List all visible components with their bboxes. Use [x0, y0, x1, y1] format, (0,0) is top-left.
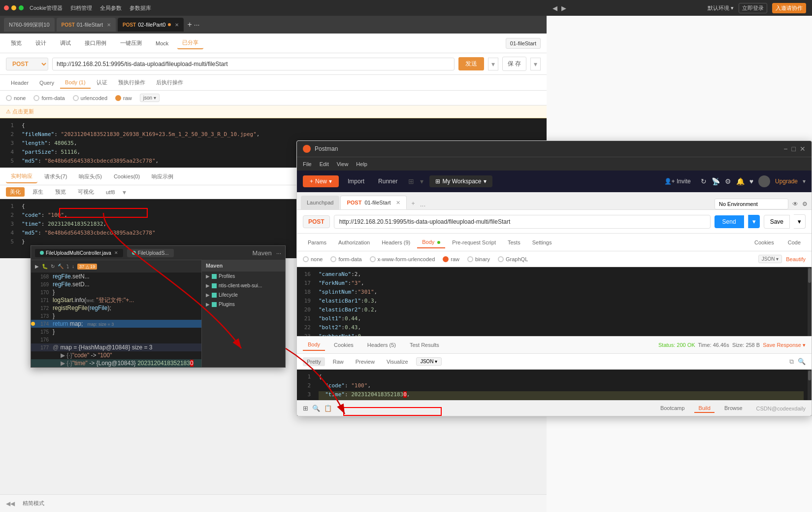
add-request-tab-btn[interactable]: + — [408, 198, 419, 209]
postman-settings-icon[interactable]: ⚙ — [802, 201, 808, 207]
fmt-preview[interactable]: 预览 — [51, 187, 70, 197]
postman-tab-launchpad[interactable]: Launchpad — [301, 196, 339, 209]
postman-send-dropdown[interactable]: ▾ — [748, 215, 760, 228]
body-none-option[interactable]: none — [6, 95, 26, 101]
pm-beautify-btn[interactable]: Beautify — [786, 256, 806, 262]
pm-bottom-icon1[interactable]: ⊞ — [303, 405, 308, 412]
pm-resp-fmt-pretty[interactable]: Pretty — [303, 357, 325, 366]
postman-close-btn[interactable]: ✕ — [800, 145, 806, 153]
postman-runner-button[interactable]: Runner — [373, 175, 402, 187]
pm-binary-option[interactable]: binary — [467, 256, 490, 262]
save-dropdown-arrow[interactable]: ▾ — [530, 58, 541, 70]
pm-json-type-select[interactable]: JSON ▾ — [758, 255, 782, 263]
body-formdata-option[interactable]: form-data — [33, 95, 65, 101]
pm-build-btn[interactable]: Build — [694, 404, 714, 413]
postman-new-button[interactable]: + New ▾ — [303, 175, 339, 187]
nav-right-icon[interactable]: ▶ — [561, 4, 566, 12]
sub-tab-body[interactable]: Body — [417, 237, 445, 248]
save-response-btn[interactable]: Save Response ▾ — [761, 342, 806, 348]
pm-resp-fmt-preview[interactable]: Preview — [352, 357, 379, 366]
pm-resp-tab-headers[interactable]: Headers (5) — [362, 340, 401, 350]
ide-step-over-btn[interactable]: ⤵ — [66, 264, 69, 269]
pm-none-option[interactable]: none — [303, 256, 323, 262]
sub-tab-cookies[interactable]: Cookies — [749, 237, 779, 248]
pm-resp-fmt-raw[interactable]: Raw — [329, 357, 348, 366]
resp-tab-respheader[interactable]: 响应头(5) — [74, 171, 106, 183]
pm-bootcamp-btn[interactable]: Bootcamp — [656, 404, 689, 413]
req-tab-auth[interactable]: 认证 — [92, 76, 112, 89]
resp-tab-realtime[interactable]: 实时响应 — [6, 170, 37, 183]
send-button[interactable]: 发送 — [458, 57, 484, 70]
menu-file[interactable]: File — [303, 161, 312, 167]
tab-deep10[interactable]: N760-999深圳10 — [4, 18, 55, 32]
menu-params[interactable]: 全局参数 — [100, 4, 122, 12]
sync-icon[interactable]: ↻ — [701, 177, 707, 185]
method-select[interactable]: POST GET PUT DELETE — [6, 58, 48, 70]
close-dot[interactable] — [4, 5, 9, 10]
pm-resp-tab-testresults[interactable]: Test Results — [405, 340, 444, 350]
tab-filepart0[interactable]: POST 02-filePart0 ✕ — [118, 18, 184, 32]
json-type-select[interactable]: json ▾ — [140, 94, 160, 102]
postman-maximize-btn[interactable]: □ — [792, 145, 796, 153]
pm-raw-radio[interactable] — [443, 256, 449, 262]
satellite-icon[interactable]: 📡 — [712, 177, 720, 185]
nav-left-icon[interactable]: ◀ — [552, 4, 557, 12]
req-tab-preexec[interactable]: 预执行操作 — [113, 76, 150, 89]
tab-filestart[interactable]: POST 01-fileStart ✕ — [57, 18, 116, 32]
pm-resp-search-btn[interactable]: 🔍 — [798, 358, 806, 366]
minimize-dot[interactable] — [11, 5, 16, 10]
postman-minimize-btn[interactable]: − — [783, 145, 787, 153]
pm-editor-scrollbar[interactable] — [808, 267, 812, 336]
pm-none-radio[interactable] — [303, 256, 309, 262]
login-btn-top[interactable]: 立即登录 — [739, 3, 767, 13]
fmt-raw[interactable]: 原生 — [29, 187, 47, 197]
postman-tab-filestart[interactable]: POST 01-fileStart ✕ — [340, 196, 406, 209]
postman-url-input[interactable] — [334, 215, 711, 229]
heart-icon[interactable]: ♥ — [749, 177, 753, 185]
view-toggle-btn[interactable]: ⊞ — [408, 177, 414, 185]
view-dropdown-btn[interactable]: ▾ — [420, 177, 423, 185]
resp-tab-reqheader[interactable]: 请求头(7) — [39, 171, 72, 183]
filestart-tab-close[interactable]: ✕ — [396, 200, 400, 206]
settings-icon[interactable]: ⚙ — [725, 177, 731, 185]
fmt-dropdown[interactable]: ▾ — [123, 188, 126, 196]
save-button[interactable]: 保 存 — [502, 57, 526, 71]
menu-archive[interactable]: 归档管理 — [70, 4, 92, 12]
bell-icon[interactable]: 🔔 — [736, 177, 745, 185]
maven-client[interactable]: ▶ ntis-client-web-sui... — [202, 281, 285, 290]
maven-plugins[interactable]: ▶ Plugins — [202, 300, 285, 309]
maven-toggle-btn[interactable]: Maven — [250, 248, 275, 258]
menu-cookie[interactable]: Cookie管理器 — [30, 4, 63, 12]
environment-select[interactable] — [715, 199, 788, 209]
hint-text[interactable]: ⚠ 点击更新 — [6, 108, 34, 115]
action-examples[interactable]: 接口用例 — [80, 37, 111, 49]
add-tab-btn[interactable]: + — [188, 20, 192, 29]
sidebar-collapse-btn[interactable]: ◀◀ — [6, 500, 15, 507]
pm-resp-json-type[interactable]: JSON ▾ — [416, 357, 442, 366]
postman-method-select[interactable]: POST — [303, 215, 330, 228]
ide-run-btn[interactable]: ▶ — [35, 264, 39, 269]
action-preview[interactable]: 预览 — [6, 37, 27, 49]
pm-binary-radio[interactable] — [467, 256, 473, 262]
tab-filepart0-close[interactable]: ✕ — [175, 22, 179, 28]
menu-edit[interactable]: Edit — [320, 161, 329, 167]
raw-radio[interactable] — [115, 95, 121, 101]
sub-tab-headers[interactable]: Headers (9) — [377, 237, 415, 248]
pm-resp-tab-body[interactable]: Body — [303, 339, 325, 351]
fmt-visualize[interactable]: 可视化 — [74, 187, 98, 197]
action-design[interactable]: 设计 — [31, 37, 51, 49]
invite-button[interactable]: 👤+ Invite — [659, 175, 696, 187]
body-urlencoded-option[interactable]: urlencoded — [73, 95, 107, 101]
menu-help[interactable]: Help — [356, 161, 367, 167]
sub-tab-settings[interactable]: Settings — [527, 237, 557, 248]
more-tabs-btn[interactable]: ··· — [194, 21, 200, 29]
upgrade-dropdown[interactable]: ▾ — [803, 178, 806, 185]
action-share[interactable]: 已分享 — [177, 37, 203, 49]
pm-bottom-icon2[interactable]: 🔍 — [312, 405, 320, 412]
sub-tab-tests[interactable]: Tests — [503, 237, 525, 248]
postman-save-dropdown[interactable]: ▾ — [794, 214, 806, 229]
user-avatar[interactable] — [758, 175, 770, 187]
pm-resp-fmt-visualize[interactable]: Visualize — [383, 357, 412, 366]
none-radio[interactable] — [6, 95, 12, 101]
menu-view[interactable]: View — [337, 161, 349, 167]
